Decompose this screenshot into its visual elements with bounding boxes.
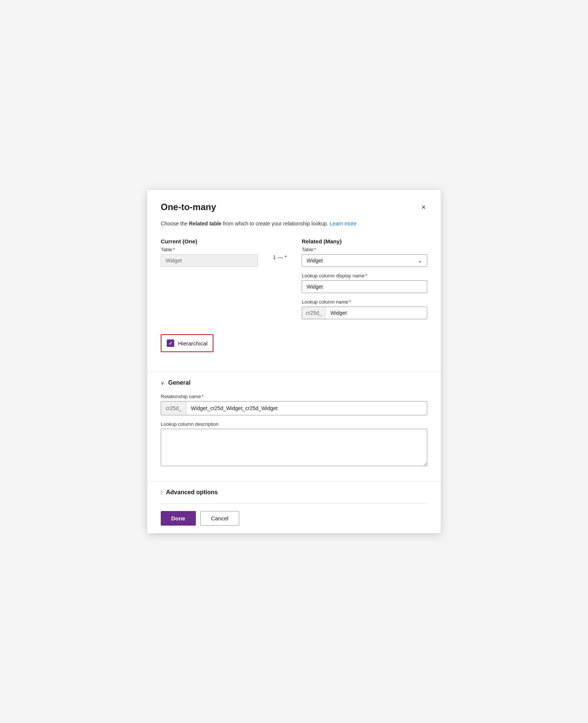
related-table-value: Widget <box>307 258 323 264</box>
columns-row: Current (One) Table* Widget 1 — * Relate… <box>161 238 427 325</box>
description-textarea[interactable] <box>161 429 427 466</box>
related-table-select[interactable]: Widget ⌄ <box>302 254 427 267</box>
lookup-display-group: Lookup column display name* <box>302 273 427 293</box>
arrow-dash: — <box>277 254 283 260</box>
done-button[interactable]: Done <box>161 511 196 526</box>
current-table-group: Table* Widget <box>161 247 258 267</box>
learn-more-link[interactable]: Learn more <box>330 221 357 227</box>
description-group: Lookup column description <box>161 421 427 468</box>
lookup-name-group: Lookup column name* cr25d_ <box>302 299 427 319</box>
relationship-name-input-group: cr25d_ <box>161 401 427 415</box>
general-chevron-icon: ∨ <box>161 380 164 386</box>
lookup-name-label: Lookup column name* <box>302 299 427 305</box>
arrow-left: 1 <box>273 254 276 260</box>
related-table-group: Table* Widget ⌄ <box>302 247 427 267</box>
subtitle-text-after: from which to create your relationship l… <box>222 221 330 227</box>
cancel-button[interactable]: Cancel <box>200 511 240 526</box>
footer: Done Cancel <box>161 503 427 533</box>
hierarchical-wrapper: Hierarchical <box>161 334 427 361</box>
lookup-display-input[interactable] <box>302 280 427 293</box>
hierarchical-label: Hierarchical <box>178 340 207 347</box>
arrow-column: 1 — * <box>273 238 287 260</box>
general-section-toggle[interactable]: ∨ General <box>161 379 427 386</box>
general-section-label: General <box>168 379 191 386</box>
lookup-name-input-group: cr25d_ <box>302 307 427 319</box>
current-table-label: Table* <box>161 247 258 252</box>
subtitle-bold: Related table <box>189 221 222 227</box>
lookup-name-prefix: cr25d_ <box>302 307 326 319</box>
related-column-label: Related (Many) <box>302 238 427 244</box>
relationship-name-label: Relationship name* <box>161 394 427 399</box>
lookup-display-label: Lookup column display name* <box>302 273 427 279</box>
relationship-name-group: Relationship name* cr25d_ <box>161 394 427 415</box>
close-button[interactable]: × <box>420 202 427 212</box>
one-to-many-dialog: One-to-many × Choose the Related table f… <box>147 190 441 533</box>
dialog-title: One-to-many <box>161 202 216 212</box>
advanced-section-label: Advanced options <box>166 489 218 496</box>
advanced-section-toggle[interactable]: 〉 Advanced options <box>161 489 427 496</box>
advanced-chevron-icon: 〉 <box>161 489 162 495</box>
relationship-name-input[interactable] <box>187 402 427 415</box>
lookup-name-input[interactable] <box>326 307 427 319</box>
relationship-name-prefix: cr25d_ <box>161 402 187 415</box>
hierarchical-checkbox[interactable] <box>167 339 174 347</box>
general-section-content: Relationship name* cr25d_ Lookup column … <box>161 394 427 474</box>
related-column: Related (Many) Table* Widget ⌄ Lookup co… <box>302 238 427 325</box>
subtitle-text-before: Choose the <box>161 221 189 227</box>
related-table-label: Table* <box>302 247 427 252</box>
current-column-label: Current (One) <box>161 238 258 244</box>
current-table-value: Widget <box>161 254 258 267</box>
separator-2 <box>147 481 441 482</box>
current-column: Current (One) Table* Widget <box>161 238 258 273</box>
description-label: Lookup column description <box>161 421 427 427</box>
subtitle: Choose the Related table from which to c… <box>161 220 427 228</box>
arrow-right: * <box>284 254 287 260</box>
hierarchical-row: Hierarchical <box>161 334 213 352</box>
dialog-header: One-to-many × <box>161 202 427 212</box>
separator-1 <box>147 372 441 372</box>
dropdown-chevron-icon: ⌄ <box>418 258 422 264</box>
